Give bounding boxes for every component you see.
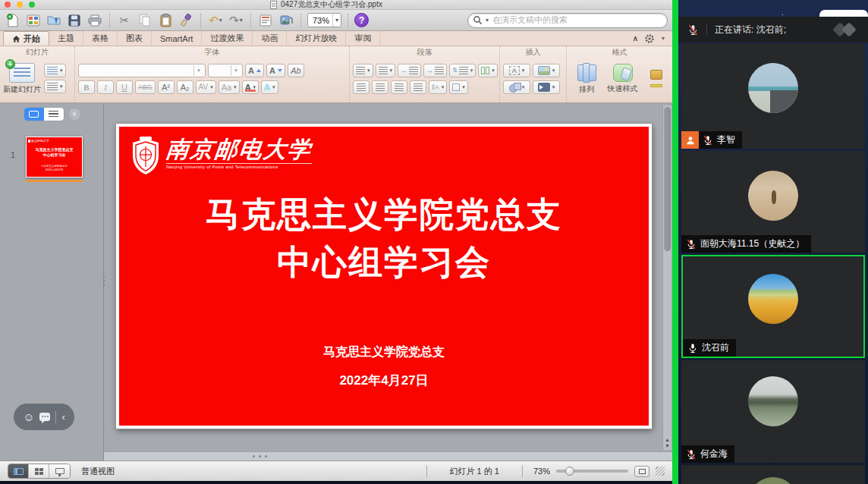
align-right-button[interactable] [391, 80, 407, 94]
scroll-down-icon[interactable]: ▼ [665, 443, 670, 448]
strikethrough-button[interactable]: ABC [135, 80, 156, 94]
slide-date[interactable]: 2022年4月27日 [119, 372, 649, 389]
participant-namebar: 沈召前 [683, 339, 736, 357]
gear-icon[interactable] [644, 33, 655, 44]
participant-tile-partial[interactable] [681, 465, 865, 484]
shape-line-icon[interactable] [650, 84, 662, 87]
text-effects-button[interactable]: A▾ [261, 80, 278, 94]
participant-namebar: 李智 [681, 131, 742, 149]
ribbon-collapse-button[interactable]: ∧ [633, 34, 638, 42]
zoom-slider-knob[interactable] [565, 467, 574, 476]
print-icon[interactable] [86, 12, 103, 29]
participant-tile-lizhi[interactable]: 李智 [681, 43, 865, 149]
scrollbar-thumb[interactable] [664, 107, 671, 251]
superscript-button[interactable]: A² [158, 80, 175, 94]
tab-animations[interactable]: 动画 [253, 31, 287, 46]
slide-sorter-view-button[interactable] [29, 464, 49, 478]
decrease-indent-button[interactable]: ← [398, 64, 421, 77]
copy-icon[interactable] [137, 12, 153, 29]
underline-button[interactable]: U [116, 80, 133, 94]
bold-button[interactable]: B [78, 80, 95, 94]
vertical-scrollbar[interactable]: ▲ ▼ [662, 105, 671, 450]
font-size-dropdown[interactable]: ▾ [208, 64, 243, 77]
slideshow-view-button[interactable] [49, 464, 70, 478]
quick-styles-button[interactable]: 快速样式 [608, 64, 638, 94]
font-name-dropdown[interactable]: ▾ [78, 64, 206, 77]
slide-title[interactable]: 马克思主义学院党总支 中心组学习会 [119, 190, 649, 286]
italic-button[interactable]: I [97, 80, 114, 94]
insert-shape-button[interactable]: ▾ [503, 80, 530, 94]
paste-icon[interactable] [157, 12, 174, 29]
search-field[interactable]: ▾ 在演示文稿中的搜索 [467, 13, 668, 28]
media-browser-icon[interactable] [278, 12, 294, 29]
drag-dots[interactable] [253, 455, 267, 457]
subscript-button[interactable]: A₂ [177, 80, 193, 94]
tab-slideshow[interactable]: 幻灯片放映 [287, 31, 346, 46]
tab-themes[interactable]: 主题 [49, 31, 83, 46]
tab-smartart[interactable]: SmartArt [152, 31, 202, 46]
slide-view-toggle[interactable] [24, 108, 44, 121]
columns-button[interactable]: ▾ [478, 64, 498, 77]
tab-home[interactable]: 开始 [3, 31, 49, 46]
show-formatting-icon[interactable] [257, 12, 274, 29]
tab-charts[interactable]: 图表 [118, 31, 152, 46]
align-left-button[interactable] [353, 80, 370, 94]
close-window-button[interactable] [5, 2, 11, 8]
cut-icon[interactable]: ✂ [116, 12, 133, 29]
font-color-button[interactable]: A▾ [242, 80, 259, 94]
slide-layout-button[interactable]: ▾ [44, 64, 66, 77]
tab-tables[interactable]: 表格 [83, 31, 118, 46]
slide-subtitle[interactable]: 马克思主义学院党总支 [119, 344, 649, 360]
grow-font-button[interactable]: A [245, 64, 264, 77]
zoom-slider[interactable] [556, 470, 628, 473]
insert-picture-button[interactable]: ▾ [533, 64, 560, 77]
redo-icon[interactable]: ↷▾ [228, 12, 244, 29]
window-resize-grip[interactable] [656, 467, 665, 476]
change-case-button[interactable]: Aa▾ [219, 80, 240, 94]
line-spacing-button[interactable]: ⇅▾ [449, 64, 476, 77]
outline-view-toggle[interactable] [44, 108, 64, 121]
scroll-up-icon[interactable]: ▲ [665, 437, 670, 442]
fit-slide-button[interactable] [634, 466, 649, 477]
shape-fill-icon[interactable] [650, 70, 662, 80]
normal-view-button[interactable] [8, 464, 29, 478]
undo-icon[interactable]: ↶▾ [207, 12, 224, 29]
numbering-button[interactable]: ▾ [376, 64, 396, 77]
clear-formatting-button[interactable]: Ab [288, 64, 304, 77]
collapse-chevron-icon[interactable]: ‹ [61, 411, 64, 423]
gallery-icon[interactable] [25, 12, 42, 29]
justify-button[interactable] [410, 80, 426, 94]
open-icon[interactable] [46, 12, 62, 29]
insert-media-button[interactable]: ▾ [533, 80, 560, 94]
new-document-icon[interactable] [5, 12, 21, 29]
align-center-button[interactable] [372, 80, 388, 94]
tab-transitions[interactable]: 过渡效果 [202, 31, 253, 46]
shrink-font-button[interactable]: A [266, 64, 285, 77]
bullets-button[interactable]: ▾ [353, 64, 373, 77]
zoom-dropdown[interactable]: 73% ▾ [307, 13, 341, 27]
minimize-window-button[interactable] [17, 2, 23, 8]
format-painter-icon[interactable] [178, 12, 194, 29]
text-direction-button[interactable]: ‖A▾ [429, 80, 447, 94]
new-slide-button[interactable]: + 新建幻灯片 [3, 63, 41, 95]
insert-text-box-button[interactable]: A▾ [503, 64, 530, 77]
character-spacing-button[interactable]: AV▾ [196, 80, 216, 94]
horizontal-scroll-strip[interactable] [104, 451, 672, 460]
help-button[interactable]: ? [354, 13, 369, 27]
save-icon[interactable] [66, 12, 83, 29]
increase-indent-button[interactable]: → [423, 64, 447, 77]
participant-tile-mianchaodahai[interactable]: 面朝大海11.15（史献之） [681, 151, 865, 253]
arrange-button[interactable]: 排列 [577, 63, 597, 95]
smiley-icon[interactable]: ☺ [23, 410, 34, 423]
participant-tile-shenzhaoqian-active[interactable]: 沈召前 [681, 255, 865, 358]
chat-icon[interactable] [39, 413, 50, 421]
slide-section-button[interactable]: ▾ [44, 80, 66, 93]
zoom-window-button[interactable] [29, 2, 35, 8]
slide-thumbnail-1[interactable]: 1 南京邮电大学 马克思主义学院党总支中心组学习会 马克思主义学院党总支2022… [0, 137, 103, 182]
tab-review[interactable]: 审阅 [346, 31, 380, 46]
align-text-button[interactable]: ▾ [449, 80, 468, 94]
slide-canvas[interactable]: 南京邮电大学 Nanjing University of Posts and T… [116, 124, 652, 429]
participant-tile-hejinhai[interactable]: 何金海 [681, 360, 865, 463]
slide-1[interactable]: 南京邮电大学 Nanjing University of Posts and T… [119, 127, 649, 426]
close-panel-icon[interactable]: × [69, 108, 80, 120]
